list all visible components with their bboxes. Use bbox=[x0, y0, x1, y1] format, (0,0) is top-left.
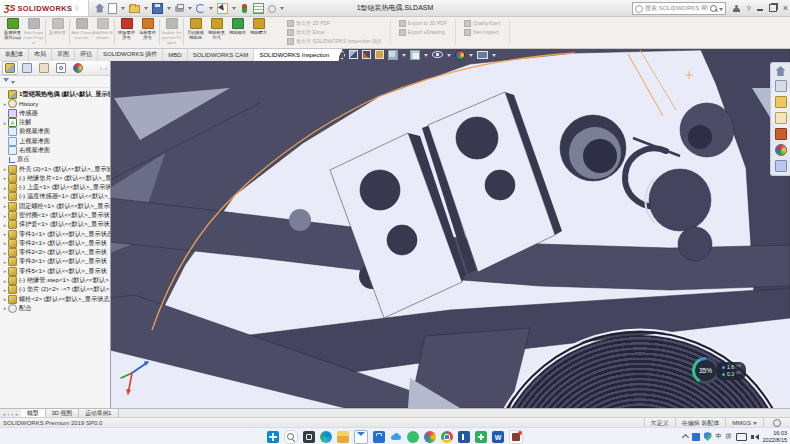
print-icon[interactable] bbox=[175, 6, 184, 12]
ribbon-button[interactable]: 选择零件序号 bbox=[137, 17, 158, 47]
taskbar-cloud-icon[interactable] bbox=[390, 431, 402, 443]
search-icon[interactable] bbox=[710, 5, 717, 12]
tree-item[interactable]: ▸零件2<2> (默认<<默认>_显示状 bbox=[0, 248, 110, 257]
tab-草图[interactable]: 草图 bbox=[52, 48, 75, 61]
taskbar-word-icon[interactable]: W bbox=[492, 431, 504, 443]
export-menu-item[interactable]: 导出至 2D PDF bbox=[287, 19, 382, 27]
taskbar-grid-icon[interactable] bbox=[475, 431, 487, 443]
performance-badge[interactable]: 35% 1.6 GB 0.3 KB bbox=[692, 357, 746, 384]
chevron-down-icon[interactable] bbox=[144, 7, 148, 12]
rebuild-icon[interactable] bbox=[242, 4, 247, 13]
home-icon[interactable] bbox=[95, 4, 104, 13]
chevron-down-icon[interactable] bbox=[280, 7, 284, 12]
tree-item[interactable]: ▸(-) 绝缘管.step<1> (默认<<默认> bbox=[0, 276, 110, 285]
ribbon-button[interactable]: 编辑检查方式 bbox=[206, 17, 227, 47]
edit-appearance-icon[interactable] bbox=[455, 50, 465, 60]
chevron-down-icon[interactable] bbox=[209, 7, 213, 12]
tree-item[interactable]: ▸螺栓<2> (默认<<默认>_显示状态 bbox=[0, 295, 110, 304]
tab-SOLIDWORKS Inspection[interactable]: SOLIDWORKS Inspection bbox=[254, 48, 334, 61]
volume-icon[interactable] bbox=[751, 434, 759, 440]
scroll-arrow[interactable]: › bbox=[11, 411, 13, 417]
close-button[interactable]: × bbox=[783, 3, 788, 13]
solidworks-resources-icon[interactable] bbox=[775, 80, 787, 92]
tree-item[interactable]: 1型铠装热电偶 (默认<默认_显示状态-1> bbox=[0, 90, 110, 99]
search-input[interactable]: 搜索 SOLIDWORKS 帮助 bbox=[632, 2, 726, 15]
appearances-icon[interactable] bbox=[775, 144, 787, 156]
tree-item[interactable]: 传感器 bbox=[0, 109, 110, 118]
chevron-down-icon[interactable] bbox=[232, 7, 236, 12]
ribbon-button[interactable]: Update Inspection Project bbox=[161, 17, 182, 47]
ribbon-button[interactable]: 启动模板编辑器 bbox=[185, 17, 206, 47]
tree-item[interactable]: ▸(-) 上盖<1> (默认<<默认>_显示状 bbox=[0, 183, 110, 192]
taskbar-chrome-icon[interactable] bbox=[441, 431, 453, 443]
export-menu-item[interactable]: Export eDrawing bbox=[399, 28, 447, 36]
tree-item[interactable]: ▸History bbox=[0, 99, 110, 108]
taskbar-mail-icon[interactable] bbox=[354, 430, 368, 444]
design-library-icon[interactable] bbox=[775, 96, 787, 108]
restore-button[interactable] bbox=[769, 4, 777, 12]
tree-item[interactable]: ▸配合 bbox=[0, 304, 110, 313]
taskbar-reader-icon[interactable] bbox=[458, 431, 470, 443]
chevron-down-icon[interactable] bbox=[424, 54, 428, 59]
toolbox-icon[interactable] bbox=[775, 128, 787, 140]
apply-scene-icon[interactable] bbox=[477, 51, 488, 59]
ribbon-button[interactable]: Add/Edit Balloons bbox=[92, 17, 113, 47]
help-button[interactable]: ? bbox=[746, 4, 750, 13]
ribbon-button[interactable]: 新建检查项目(ixp) bbox=[2, 17, 23, 47]
settings-gear-icon[interactable] bbox=[268, 5, 276, 13]
taskbar-edge-icon[interactable] bbox=[320, 431, 332, 443]
clock[interactable]: 16:03 2022/8/15 bbox=[763, 430, 787, 443]
chevron-down-icon[interactable] bbox=[167, 7, 171, 12]
ime-language[interactable]: 中 bbox=[716, 432, 722, 441]
hide-show-items-icon[interactable] bbox=[432, 51, 443, 58]
chevron-down-icon[interactable] bbox=[188, 7, 192, 12]
tree-item[interactable]: 上视基准面 bbox=[0, 136, 110, 145]
scroll-arrow[interactable]: » bbox=[15, 411, 18, 417]
taskbar-sw-icon[interactable] bbox=[509, 430, 523, 444]
taskbar-search-icon[interactable] bbox=[284, 430, 298, 444]
tree-item[interactable]: ▸零件2<1> (默认<<默认>_显示状 bbox=[0, 239, 110, 248]
save-icon[interactable] bbox=[152, 3, 163, 14]
file-explorer-icon[interactable] bbox=[775, 112, 787, 124]
ribbon-button[interactable]: 移除零件序号 bbox=[116, 17, 137, 47]
undo-icon[interactable] bbox=[196, 4, 205, 13]
panel-tab-dimxpertmanager[interactable] bbox=[53, 61, 69, 75]
defender-shield-icon[interactable] bbox=[704, 432, 712, 441]
export-menu-item[interactable]: Export to 3D PDF bbox=[399, 19, 447, 27]
open-file-icon[interactable] bbox=[129, 5, 140, 13]
taskbar-photos-icon[interactable] bbox=[424, 431, 436, 443]
panel-tab-displaymanager[interactable] bbox=[70, 61, 86, 75]
tree-item[interactable]: ▸外壳 (2)<1> (默认<<默认>_显示状 bbox=[0, 164, 110, 173]
chevron-down-icon[interactable] bbox=[447, 54, 451, 59]
ime-mode[interactable]: 拼 bbox=[726, 432, 732, 441]
taskbar-green-icon[interactable] bbox=[407, 431, 419, 443]
view-orientation-icon[interactable] bbox=[388, 50, 398, 60]
chevron-down-icon[interactable] bbox=[402, 54, 406, 59]
export-menu-item[interactable]: Net-Inspect bbox=[464, 28, 501, 36]
tree-item[interactable]: ▸(-) 温度传感器<1> (默认<<默认>_ bbox=[0, 192, 110, 201]
tab-布局[interactable]: 布局 bbox=[29, 48, 52, 61]
tree-item[interactable]: 原点 bbox=[0, 155, 110, 164]
chevron-down-icon[interactable] bbox=[492, 54, 496, 59]
tray-chevron-icon[interactable] bbox=[681, 434, 688, 441]
ribbon-button[interactable]: 新建检查 bbox=[47, 17, 68, 47]
tab-SOLIDWORKS CAM[interactable]: SOLIDWORKS CAM bbox=[188, 48, 255, 61]
options-grid-icon[interactable] bbox=[253, 3, 264, 14]
taskbar-start-icon[interactable] bbox=[267, 431, 279, 443]
export-menu-item[interactable]: 导出至 Excel bbox=[287, 28, 382, 36]
taskbar-explorer-icon[interactable] bbox=[337, 431, 349, 443]
ribbon-button[interactable]: Edit Inspection Project bbox=[23, 17, 44, 47]
scroll-arrow[interactable]: « bbox=[3, 411, 6, 417]
select-icon[interactable] bbox=[217, 3, 228, 14]
tab-MBD[interactable]: MBD bbox=[163, 48, 187, 61]
display-style-icon[interactable] bbox=[410, 50, 420, 60]
panel-overflow-arrows[interactable]: ‹ › bbox=[100, 65, 108, 71]
ribbon-button[interactable]: 编辑操作 bbox=[227, 17, 248, 47]
taskbar-taskview-icon[interactable] bbox=[303, 431, 315, 443]
tree-item[interactable]: ▸(-) 垫片 (2)<2> ->? (默认<<默认> bbox=[0, 285, 110, 294]
tray-app-icon[interactable] bbox=[692, 433, 700, 441]
taskbar-store-icon[interactable] bbox=[373, 431, 385, 443]
new-file-icon[interactable] bbox=[108, 3, 117, 14]
tree-filter[interactable] bbox=[0, 76, 110, 88]
tree-item[interactable]: ▸零件3<1> (默认<<默认>_显示状 bbox=[0, 257, 110, 266]
